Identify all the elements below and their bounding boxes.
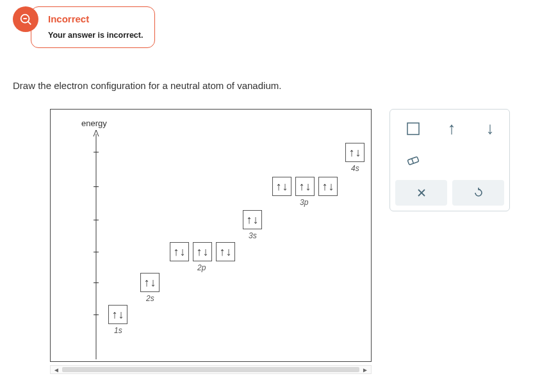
orbital-label-4s: 4s: [351, 164, 359, 173]
electron-down-icon: ↓: [203, 246, 209, 257]
orbital-box-4s[interactable]: ↑ ↓: [345, 143, 365, 162]
electron-up-icon: ↑: [220, 246, 225, 257]
orbital-box-2s[interactable]: ↑ ↓: [140, 273, 160, 292]
electron-up-icon: ↑: [197, 246, 202, 257]
orbital-box-3s[interactable]: ↑ ↓: [243, 210, 262, 229]
orbital-box-1s[interactable]: ↑ ↓: [108, 305, 127, 324]
electron-down-icon: ↓: [119, 309, 124, 320]
orbital-label-2p: 2p: [197, 263, 206, 272]
tool-arrow-down-button[interactable]: ↓: [479, 117, 502, 140]
electron-down-icon: ↓: [329, 181, 334, 192]
orbital-box-3p-2[interactable]: ↑ ↓: [295, 177, 315, 196]
orbital-label-3s: 3s: [249, 231, 257, 240]
axis-tick: [94, 314, 99, 315]
arrow-up-icon: ↑: [448, 119, 456, 138]
electron-up-icon: ↑: [299, 181, 305, 192]
orbital-box-3p-1[interactable]: ↑ ↓: [272, 177, 291, 196]
tool-arrow-up-button[interactable]: ↑: [440, 117, 463, 140]
feedback-container: Incorrect Your answer is incorrect.: [13, 6, 155, 48]
electron-down-icon: ↓: [180, 246, 186, 257]
energy-axis: [93, 129, 99, 359]
electron-up-icon: ↑: [144, 277, 150, 288]
tool-add-box-button[interactable]: [402, 117, 425, 140]
electron-up-icon: ↑: [174, 246, 179, 257]
orbital-box-2p-2[interactable]: ↑ ↓: [193, 242, 212, 261]
orbital-box-2p-1[interactable]: ↑ ↓: [170, 242, 189, 261]
feedback-bubble: Incorrect Your answer is incorrect.: [31, 6, 155, 48]
electron-up-icon: ↑: [112, 309, 118, 320]
horizontal-scrollbar[interactable]: ◄ ►: [50, 365, 372, 374]
axis-tick: [94, 220, 99, 220]
electron-up-icon: ↑: [247, 214, 252, 225]
undo-button[interactable]: [452, 180, 504, 206]
svg-line-1: [28, 22, 31, 25]
electron-down-icon: ↓: [283, 181, 288, 192]
axis-label: energy: [81, 118, 107, 128]
eraser-icon: [406, 155, 421, 167]
feedback-icon: [13, 6, 38, 32]
electron-up-icon: ↑: [349, 147, 355, 158]
electron-up-icon: ↑: [322, 181, 328, 192]
feedback-title: Incorrect: [48, 13, 143, 24]
orbital-label-1s: 1s: [114, 326, 122, 335]
electron-down-icon: ↓: [306, 181, 311, 192]
axis-tick: [94, 252, 99, 252]
arrow-down-icon: ↓: [486, 119, 495, 138]
orbital-label-3p: 3p: [300, 198, 308, 207]
electron-down-icon: ↓: [253, 214, 259, 225]
svg-rect-4: [407, 123, 419, 135]
electron-down-icon: ↓: [356, 147, 361, 158]
axis-tick: [94, 282, 99, 283]
electron-up-icon: ↑: [276, 181, 282, 192]
orbital-box-2p-3[interactable]: ↑ ↓: [216, 242, 235, 261]
feedback-message: Your answer is incorrect.: [48, 31, 143, 40]
orbital-box-3p-3[interactable]: ↑ ↓: [318, 177, 338, 196]
clear-button[interactable]: [395, 180, 447, 206]
box-icon: [407, 122, 420, 135]
energy-diagram[interactable]: energy ↑ ↓ 1s ↑ ↓ 2s ↑ ↓: [50, 109, 372, 378]
scroll-left-icon[interactable]: ◄: [53, 366, 60, 373]
tools-panel: ↑ ↓: [389, 109, 510, 211]
close-icon: [416, 188, 427, 198]
plot-border: energy ↑ ↓ 1s ↑ ↓ 2s ↑ ↓: [50, 109, 372, 362]
electron-down-icon: ↓: [151, 277, 156, 288]
tool-eraser-button[interactable]: [402, 149, 425, 172]
undo-icon: [473, 187, 484, 199]
orbital-label-2s: 2s: [146, 294, 154, 303]
svg-line-6: [412, 159, 414, 164]
electron-down-icon: ↓: [226, 246, 232, 257]
axis-tick: [94, 186, 99, 187]
scroll-thumb[interactable]: [62, 367, 359, 372]
question-text: Draw the electron configuration for a ne…: [13, 80, 281, 91]
svg-rect-5: [407, 157, 419, 165]
axis-tick: [94, 152, 99, 152]
scroll-right-icon[interactable]: ►: [362, 366, 368, 373]
